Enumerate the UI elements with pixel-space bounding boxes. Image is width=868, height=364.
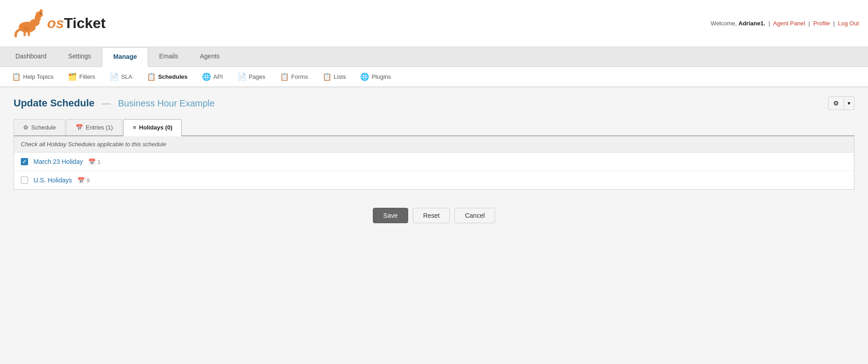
save-button[interactable]: Save [373,208,408,223]
sub-nav-forms-label: Forms [291,73,308,80]
holiday-row-1: March 23 Holiday 📅 1 [14,153,854,171]
sub-nav-filters-label: Filters [79,73,95,80]
page-title-actions: ⚙ ▾ [828,96,854,110]
holidays-tab-label: Holidays (0) [139,124,173,131]
sub-nav-api-label: API [213,73,223,80]
calendar-icon-march: 📅 [88,158,96,165]
sub-nav-filters[interactable]: 🗂️ Filters [65,71,98,83]
logo: osTicket [9,5,106,42]
pages-icon: 📄 [237,72,246,81]
checkbox-march-holiday[interactable] [21,158,28,165]
help-topics-icon: 📋 [12,72,21,81]
profile-link[interactable]: Profile [813,20,830,27]
holiday-row-2: U.S. Holidays 📅 9 [14,171,854,189]
api-icon: 🌐 [202,72,211,81]
holiday-count-march-value: 1 [97,158,101,165]
welcome-text: Welcome, [711,20,738,27]
schedules-icon: 📋 [147,72,156,81]
page-title-dash: — [101,98,111,109]
sub-nav-schedules-label: Schedules [158,73,188,80]
sub-nav-sla-label: SLA [121,73,132,80]
holidays-tab-icon: ≡ [133,124,136,131]
panel-header: Check all Holiday Schedules applicable t… [14,136,854,153]
holiday-count-march: 📅 1 [88,158,101,165]
sub-nav-pages[interactable]: 📄 Pages [235,71,268,83]
gear-button[interactable]: ⚙ [828,96,844,110]
entries-tab-label: Entries (1) [86,124,113,131]
sla-icon: 📄 [110,72,119,81]
logo-kangaroo [9,5,45,42]
sub-nav-schedules[interactable]: 📋 Schedules [144,71,190,83]
sub-nav-lists-label: Lists [334,73,346,80]
cancel-button[interactable]: Cancel [454,208,495,223]
nav-item-agents[interactable]: Agents [189,47,231,67]
nav-item-emails[interactable]: Emails [148,47,189,67]
page-title-bar: Update Schedule — Business Hour Example … [14,96,854,110]
holidays-panel: Check all Holiday Schedules applicable t… [14,136,854,190]
logo-text: osTicket [47,15,106,32]
logout-link[interactable]: Log Out [838,20,859,27]
checkbox-us-holidays[interactable] [21,177,28,184]
page-title-subtitle: Business Hour Example [118,98,214,109]
forms-icon: 📋 [280,72,289,81]
nav-item-dashboard[interactable]: Dashboard [5,47,58,67]
header: osTicket Welcome, Adriane1. | Agent Pane… [0,0,868,47]
holiday-name-us[interactable]: U.S. Holidays [34,177,72,184]
sub-nav-pages-label: Pages [249,73,265,80]
schedule-tab-icon: ⚙ [23,124,29,131]
username: Adriane1. [738,20,765,27]
sub-nav: 📋 Help Topics 🗂️ Filters 📄 SLA 📋 Schedul… [0,67,868,87]
nav-item-settings[interactable]: Settings [58,47,102,67]
schedule-tabs: ⚙ Schedule 📅 Entries (1) ≡ Holidays (0) [14,119,854,136]
main-nav: Dashboard Settings Manage Emails Agents [0,47,868,67]
sub-nav-help-topics[interactable]: 📋 Help Topics [9,71,56,83]
sub-nav-api[interactable]: 🌐 API [199,71,226,83]
plugins-icon: 🌐 [360,72,369,81]
schedule-tab-label: Schedule [31,124,56,131]
sub-nav-lists[interactable]: 📋 Lists [320,71,349,83]
sub-nav-forms[interactable]: 📋 Forms [277,71,311,83]
page-title-left: Update Schedule — Business Hour Example [14,97,215,109]
filters-icon: 🗂️ [68,72,77,81]
svg-point-4 [39,9,43,14]
holiday-count-us-value: 9 [87,177,90,184]
tab-schedule[interactable]: ⚙ Schedule [14,119,65,135]
panel-header-text: Check all Holiday Schedules applicable t… [21,141,166,148]
sub-nav-plugins[interactable]: 🌐 Plugins [357,71,394,83]
nav-item-manage[interactable]: Manage [102,47,148,67]
sub-nav-plugins-label: Plugins [371,73,391,80]
tab-holidays[interactable]: ≡ Holidays (0) [123,119,182,136]
holiday-name-march[interactable]: March 23 Holiday [34,158,83,165]
entries-tab-icon: 📅 [76,124,83,131]
svg-point-5 [40,13,41,14]
page-title-main: Update Schedule [14,97,94,109]
svg-rect-7 [24,29,26,36]
dropdown-button[interactable]: ▾ [844,96,854,110]
lists-icon: 📋 [323,72,332,81]
page-content: Update Schedule — Business Hour Example … [0,87,868,232]
holiday-count-us: 📅 9 [77,177,90,184]
reset-button[interactable]: Reset [413,208,450,223]
agent-panel-link[interactable]: Agent Panel [773,20,805,27]
header-user-info: Welcome, Adriane1. | Agent Panel | Profi… [711,20,859,27]
calendar-icon-us: 📅 [77,177,85,184]
tab-entries[interactable]: 📅 Entries (1) [66,119,122,135]
form-actions: Save Reset Cancel [14,208,854,223]
svg-rect-8 [28,29,30,36]
sub-nav-help-topics-label: Help Topics [23,73,53,80]
sub-nav-sla[interactable]: 📄 SLA [107,71,135,83]
